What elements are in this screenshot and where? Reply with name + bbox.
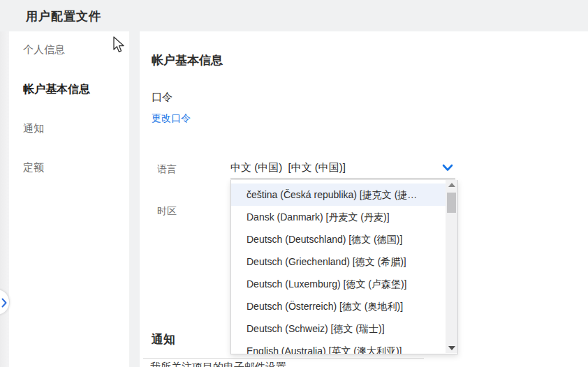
language-option[interactable]: Deutsch (Österreich) [德文 (奥地利)] xyxy=(231,295,458,317)
sidebar-divider xyxy=(129,31,140,367)
change-password-link[interactable]: 更改口令 xyxy=(152,112,191,125)
scroll-down-icon[interactable] xyxy=(448,346,455,350)
language-dropdown: čeština (Česká republika) [捷克文 (捷… Dansk… xyxy=(230,180,458,354)
language-option[interactable]: čeština (Česká republika) [捷克文 (捷… xyxy=(231,184,458,206)
language-option[interactable]: Dansk (Danmark) [丹麦文 (丹麦)] xyxy=(231,206,458,228)
sidebar-item-notifications[interactable]: 通知 xyxy=(23,122,44,136)
language-select[interactable]: 中文 (中国) [中文 (中国)] xyxy=(230,158,455,179)
language-option-list: čeština (Česká republika) [捷克文 (捷… Dansk… xyxy=(231,184,458,354)
language-option[interactable]: Deutsch (Schweiz) [德文 (瑞士)] xyxy=(231,317,458,340)
mouse-cursor xyxy=(113,36,125,54)
settings-sidebar: 个人信息 帐户基本信息 通知 定额 xyxy=(9,31,129,367)
password-label: 口令 xyxy=(152,91,172,104)
scroll-up-icon[interactable] xyxy=(448,183,455,187)
notifications-divider xyxy=(143,358,424,359)
language-option[interactable]: English (Australia) [英文 (澳大利亚)] xyxy=(231,340,458,354)
language-option[interactable]: Deutsch (Deutschland) [德文 (德国)] xyxy=(231,228,458,250)
page-header: 用户配置文件 xyxy=(0,0,588,31)
user-profile-page: 用户配置文件 个人信息 帐户基本信息 通知 定额 帐户基本信息 口令 更改口令 … xyxy=(0,0,588,367)
account-info-panel: 帐户基本信息 口令 更改口令 语言 中文 (中国) [中文 (中国)] 时区 č… xyxy=(140,31,588,367)
language-select-value: 中文 (中国) [中文 (中国)] xyxy=(230,161,346,174)
notifications-description: 我所关注项目的电子邮件设置 xyxy=(150,361,286,367)
section-title: 帐户基本信息 xyxy=(152,52,223,68)
language-label: 语言 xyxy=(157,163,177,176)
sidebar-item-quota[interactable]: 定额 xyxy=(23,161,44,175)
chevron-down-icon xyxy=(442,164,453,172)
language-option[interactable]: Deutsch (Luxemburg) [德文 (卢森堡)] xyxy=(231,273,458,295)
page-title: 用户配置文件 xyxy=(26,8,101,24)
scrollbar-thumb[interactable] xyxy=(447,193,456,213)
language-option[interactable]: Deutsch (Griechenland) [德文 (希腊)] xyxy=(231,250,458,273)
chevron-right-icon xyxy=(1,298,7,308)
sidebar-item-account-info[interactable]: 帐户基本信息 xyxy=(23,82,90,96)
sidebar-item-personal-info[interactable]: 个人信息 xyxy=(23,43,65,57)
timezone-label: 时区 xyxy=(157,205,177,218)
dropdown-scrollbar[interactable] xyxy=(446,180,457,353)
notifications-title: 通知 xyxy=(152,331,175,347)
collapsed-nav-rail xyxy=(0,31,9,367)
